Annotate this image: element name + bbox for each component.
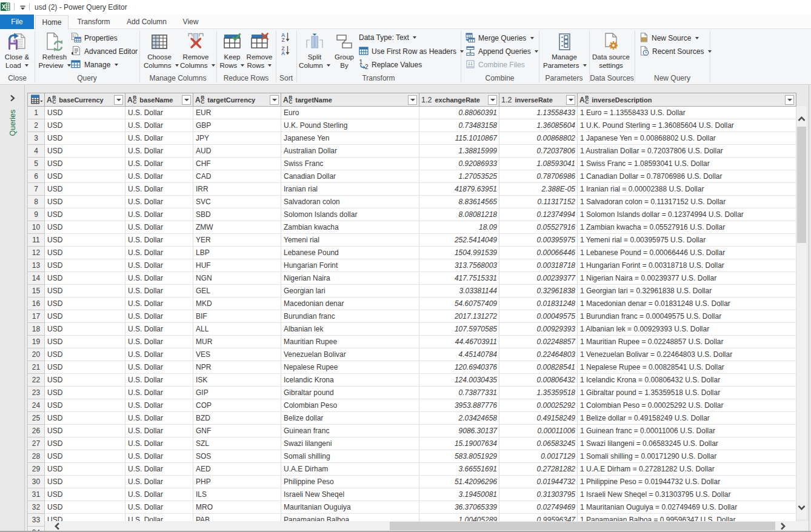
svg-text:A: A [281,50,285,56]
svg-text:X: X [2,4,6,10]
svg-text:Z: Z [281,37,284,42]
svg-text:1: 1 [359,59,362,65]
svg-text:2: 2 [365,64,369,69]
